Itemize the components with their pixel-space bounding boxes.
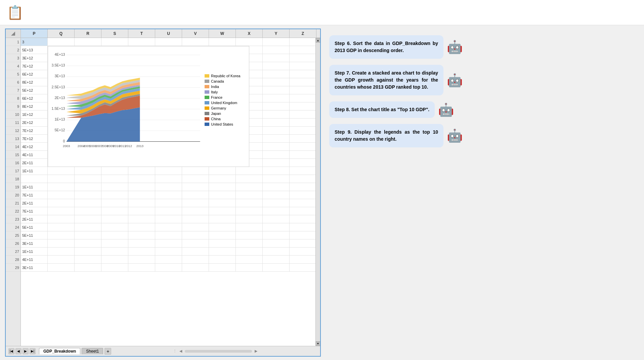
- tab-next-btn[interactable]: ▶: [23, 348, 29, 354]
- grid-cell[interactable]: [263, 62, 290, 70]
- grid-cell[interactable]: [128, 191, 155, 199]
- grid-cell[interactable]: [290, 199, 315, 207]
- grid-cell[interactable]: [263, 78, 290, 86]
- grid-cell[interactable]: 2E+12: [21, 119, 48, 126]
- grid-cell[interactable]: [263, 119, 290, 126]
- grid-cell[interactable]: [290, 102, 315, 110]
- grid-cell[interactable]: [209, 223, 236, 231]
- grid-cell[interactable]: [290, 62, 315, 70]
- grid-cell[interactable]: [128, 175, 155, 183]
- tab-sheet1[interactable]: Sheet1: [82, 348, 103, 354]
- grid-cell[interactable]: [21, 175, 48, 183]
- grid-cell[interactable]: [128, 223, 155, 231]
- grid-cell[interactable]: [290, 256, 315, 263]
- grid-cell[interactable]: [155, 239, 182, 247]
- grid-cell[interactable]: [155, 223, 182, 231]
- grid-cell[interactable]: [209, 239, 236, 247]
- grid-cell[interactable]: [263, 191, 290, 199]
- add-sheet-btn[interactable]: +: [104, 348, 111, 355]
- grid-cell[interactable]: [128, 215, 155, 223]
- grid-cell[interactable]: [155, 264, 182, 271]
- grid-cell[interactable]: 2E+11: [21, 199, 48, 207]
- grid-area[interactable]: 4E+13 3.5E+13 3E+13 2.5E+13 2E+13 1.5E+1…: [21, 38, 315, 346]
- grid-cell[interactable]: [48, 191, 75, 199]
- grid-cell[interactable]: [48, 264, 75, 271]
- grid-cell[interactable]: 8E+12: [21, 102, 48, 110]
- grid-cell[interactable]: [128, 38, 155, 46]
- grid-cell[interactable]: [128, 183, 155, 191]
- grid-cell[interactable]: [155, 191, 182, 199]
- grid-cell[interactable]: [75, 207, 101, 215]
- grid-cell[interactable]: [290, 54, 315, 62]
- grid-cell[interactable]: 3E+12: [21, 54, 48, 62]
- grid-cell[interactable]: [290, 167, 315, 175]
- grid-cell[interactable]: [263, 127, 290, 134]
- grid-cell[interactable]: [182, 215, 209, 223]
- grid-cell[interactable]: [236, 38, 263, 46]
- grid-cell[interactable]: [128, 167, 155, 175]
- tab-last-btn[interactable]: ▶|: [30, 348, 36, 354]
- grid-cell[interactable]: [75, 239, 101, 247]
- grid-cell[interactable]: [75, 248, 101, 255]
- grid-cell[interactable]: [263, 207, 290, 215]
- grid-cell[interactable]: [182, 191, 209, 199]
- grid-cell[interactable]: 7E+11: [21, 207, 48, 215]
- grid-cell[interactable]: [128, 256, 155, 263]
- grid-cell[interactable]: [48, 38, 75, 46]
- grid-cell[interactable]: [75, 264, 101, 271]
- grid-cell[interactable]: 7E+11: [21, 191, 48, 199]
- grid-cell[interactable]: [263, 248, 290, 255]
- grid-cell[interactable]: 1E+11: [21, 248, 48, 255]
- grid-cell[interactable]: [48, 215, 75, 223]
- grid-cell[interactable]: [155, 256, 182, 263]
- grid-cell[interactable]: 4E+11: [21, 151, 48, 159]
- grid-cell[interactable]: [263, 231, 290, 239]
- grid-cell[interactable]: [128, 248, 155, 255]
- grid-cell[interactable]: [290, 191, 315, 199]
- grid-cell[interactable]: [182, 231, 209, 239]
- grid-cell[interactable]: [75, 231, 101, 239]
- grid-cell[interactable]: 2E+11: [21, 215, 48, 223]
- grid-cell[interactable]: [209, 199, 236, 207]
- grid-cell[interactable]: 3E+11: [21, 239, 48, 247]
- grid-cell[interactable]: [263, 151, 290, 159]
- grid-cell[interactable]: [263, 54, 290, 62]
- grid-cell[interactable]: [101, 215, 128, 223]
- grid-cell[interactable]: [290, 159, 315, 167]
- grid-cell[interactable]: [75, 38, 101, 46]
- grid-cell[interactable]: 3E+11: [21, 264, 48, 271]
- grid-cell[interactable]: [128, 207, 155, 215]
- grid-cell[interactable]: [290, 94, 315, 102]
- grid-cell[interactable]: [236, 256, 263, 263]
- grid-cell[interactable]: [182, 199, 209, 207]
- grid-cell[interactable]: [263, 264, 290, 271]
- vertical-scrollbar[interactable]: ▲ ▼: [315, 38, 320, 346]
- grid-cell[interactable]: [263, 46, 290, 54]
- grid-cell[interactable]: [128, 264, 155, 271]
- grid-cell[interactable]: [290, 78, 315, 86]
- grid-cell[interactable]: [182, 167, 209, 175]
- grid-cell[interactable]: [236, 183, 263, 191]
- grid-cell[interactable]: [101, 256, 128, 263]
- grid-cell[interactable]: 6E+12: [21, 70, 48, 78]
- grid-cell[interactable]: [209, 167, 236, 175]
- grid-cell[interactable]: [290, 231, 315, 239]
- grid-cell[interactable]: 5E+11: [21, 231, 48, 239]
- grid-cell[interactable]: [236, 207, 263, 215]
- tab-first-btn[interactable]: |◀: [8, 348, 14, 354]
- grid-cell[interactable]: [155, 175, 182, 183]
- grid-cell[interactable]: [75, 199, 101, 207]
- grid-cell[interactable]: [263, 143, 290, 150]
- grid-cell[interactable]: [48, 223, 75, 231]
- grid-cell[interactable]: [290, 110, 315, 118]
- grid-cell[interactable]: [263, 175, 290, 183]
- grid-cell[interactable]: [263, 256, 290, 263]
- grid-cell[interactable]: [290, 151, 315, 159]
- grid-cell[interactable]: [75, 223, 101, 231]
- tab-gdp-breakdown[interactable]: GDP_Breakdown: [39, 348, 80, 354]
- grid-cell[interactable]: [236, 248, 263, 255]
- grid-cell[interactable]: [263, 86, 290, 94]
- grid-cell[interactable]: [101, 223, 128, 231]
- grid-cell[interactable]: [101, 264, 128, 271]
- grid-cell[interactable]: [75, 215, 101, 223]
